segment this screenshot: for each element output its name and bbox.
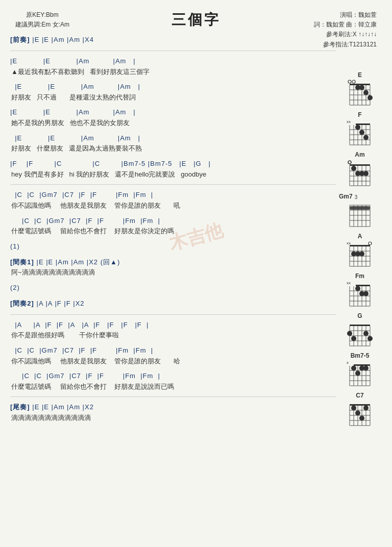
intro-chords: [前奏] |E |E |Am |Am |X4 bbox=[10, 35, 336, 45]
chord-diagram-G: G bbox=[339, 312, 381, 347]
verse3a-lyrics: 你不是跟他很好嗎 干你什麼事啦 bbox=[10, 330, 336, 340]
svg-point-135 bbox=[355, 411, 360, 416]
chord-svg-E bbox=[346, 80, 374, 106]
svg-point-120 bbox=[355, 371, 360, 376]
label-2-block: (2) bbox=[10, 283, 336, 293]
outro-block: [尾奏] |E |E |Am |Am |X2 滴滴滴滴滴滴滴滴滴滴滴滴 bbox=[10, 402, 336, 422]
label-2: (2) bbox=[10, 283, 336, 293]
svg-point-45 bbox=[351, 166, 356, 171]
verse1c-block: |E |E |Am |Am | 她不是我的男朋友 他也不是我的女朋友 bbox=[10, 107, 336, 128]
verse2b-lyrics: 什麼電話號碼 留給你也不會打 好朋友是你決定的嗎 bbox=[10, 226, 336, 236]
verse1b-block: |E |E |Am |Am | 好朋友 只不過 是種還沒太熟的代替詞 bbox=[10, 82, 336, 102]
chord-diagram-Bm7-5: Bm7-5 x bbox=[339, 352, 381, 387]
svg-point-134 bbox=[351, 406, 356, 411]
singer: 演唱：魏如萱 bbox=[314, 10, 377, 20]
verse2b-chords: |C |C |Gm7 |C7 |F |F |Fm |Fm | bbox=[10, 216, 336, 227]
interlude1-lyrics: 阿~滴滴滴滴滴滴滴滴滴滴滴 bbox=[10, 267, 336, 278]
fingering-pattern: 參考指法:T1213121 bbox=[314, 40, 377, 49]
interlude2-chords: [間奏2] |A |A |F |F |X2 bbox=[10, 299, 336, 309]
verse2b-block: |C |C |Gm7 |C7 |F |F |Fm |Fm | 什麼電話號碼 留給… bbox=[10, 216, 336, 236]
label-1: (1) bbox=[10, 241, 336, 252]
interlude1-block: [間奏1] |E |E |Am |Am |X2 (回▲) 阿~滴滴滴滴滴滴滴滴滴… bbox=[10, 257, 336, 278]
chord-svg-A: xx bbox=[346, 241, 374, 267]
suggested-key: 建議男調:Em 女:Am bbox=[15, 20, 69, 30]
key-info: 原KEY:Bbm 建議男調:Em 女:Am bbox=[15, 10, 69, 30]
outro-chords: [尾奏] |E |E |Am |Am |X2 bbox=[10, 402, 336, 413]
chorus1-block: |F |F |C |C |Bm7-5 |Bm7-5 |E |G | hey 我們… bbox=[10, 159, 336, 179]
chord-svg-G bbox=[346, 320, 374, 347]
divider-3 bbox=[10, 314, 336, 315]
label-1-block: (1) bbox=[10, 241, 336, 252]
svg-point-30 bbox=[359, 130, 364, 135]
chorus2a-block: |C |C |Gm7 |C7 |F |F |Fm |Fm | 你不認識他嗎 他朋… bbox=[10, 345, 336, 366]
chord-svg-Gm7 bbox=[346, 201, 374, 228]
divider-1 bbox=[10, 51, 336, 51]
verse1c-chords: |E |E |Am |Am | bbox=[10, 107, 336, 118]
verse1d-chords: |E |E |Am |Am | bbox=[10, 133, 336, 144]
chorus2a-lyrics: 你不認識他嗎 他朋友是我朋友 管你是誰的朋友 哈 bbox=[10, 356, 336, 366]
interlude2-block: [間奏2] |A |A |F |F |X2 bbox=[10, 299, 336, 309]
chord-diagram-Gm7: Gm7 3 bbox=[339, 193, 381, 228]
svg-point-14 bbox=[359, 85, 364, 90]
verse1a-lyrics: ▲最近我有點不喜歡聽到 看到好朋友這三個字 bbox=[10, 67, 336, 77]
intro-block: [前奏] |E |E |Am |Am |X4 bbox=[10, 35, 336, 45]
svg-point-136 bbox=[359, 416, 364, 421]
svg-point-89 bbox=[355, 286, 360, 291]
svg-text:xx: xx bbox=[347, 241, 351, 245]
artist-info: 演唱：魏如萱 詞：魏如萱 曲：韓立康 參考刷法:X ↑↓↑↓↑↓ 參考指法:T1… bbox=[314, 10, 377, 49]
main-content: [前奏] |E |E |Am |Am |X4 |E |E |Am |Am | ▲… bbox=[10, 35, 336, 423]
chord-svg-C7 bbox=[346, 400, 374, 427]
svg-rect-33 bbox=[350, 164, 370, 166]
right-panel: E bbox=[339, 71, 381, 432]
chord-diagram-E: E bbox=[339, 71, 381, 106]
svg-rect-60 bbox=[350, 206, 370, 210]
title-section: 原KEY:Bbm 建議男調:Em 女:Am 三個字 演唱：魏如萱 詞：魏如萱 曲… bbox=[10, 10, 382, 30]
svg-point-15 bbox=[363, 90, 369, 95]
chorus2a-chords: |C |C |Gm7 |C7 |F |F |Fm |Fm | bbox=[10, 345, 336, 356]
verse3a-chords: |A |A |F |F |A |A |F |F |F |F | bbox=[10, 320, 336, 331]
svg-point-62 bbox=[369, 242, 372, 245]
svg-point-16 bbox=[368, 95, 373, 101]
svg-rect-92 bbox=[350, 325, 370, 326]
svg-text:xx: xx bbox=[347, 281, 351, 285]
page-container: 原KEY:Bbm 建議男調:Em 女:Am 三個字 演唱：魏如萱 詞：魏如萱 曲… bbox=[10, 10, 382, 423]
svg-point-122 bbox=[363, 366, 369, 371]
chorus2b-block: |C |C |Gm7 |C7 |F |F |Fm |Fm | 什麼電話號碼 留給… bbox=[10, 371, 336, 391]
chord-diagram-Am: Am bbox=[339, 151, 381, 188]
svg-rect-123 bbox=[350, 404, 370, 406]
strum-pattern: 參考刷法:X ↑↓↑↓↑↓ bbox=[314, 30, 377, 39]
chord-diagram-C7: C7 bbox=[339, 392, 381, 427]
svg-point-104 bbox=[351, 336, 356, 341]
svg-point-29 bbox=[355, 125, 360, 130]
verse1c-lyrics: 她不是我的男朋友 他也不是我的女朋友 bbox=[10, 118, 336, 128]
divider-4 bbox=[10, 396, 336, 397]
svg-point-137 bbox=[363, 406, 369, 411]
svg-point-76 bbox=[359, 252, 364, 257]
chorus2b-lyrics: 什麼電話號碼 留給你也不會打 好朋友是說說而已嗎 bbox=[10, 382, 336, 392]
chord-diagram-A: A xx bbox=[339, 233, 381, 267]
chord-diagram-F: F xx bbox=[339, 111, 381, 146]
verse3a-block: |A |A |F |F |A |A |F |F |F |F | 你不是跟他很好嗎… bbox=[10, 320, 336, 340]
verse1b-chords: |E |E |Am |Am | bbox=[10, 82, 336, 92]
svg-text:xx: xx bbox=[347, 119, 351, 124]
svg-text:x: x bbox=[347, 360, 349, 365]
original-key: 原KEY:Bbm bbox=[15, 10, 69, 20]
chorus2b-chords: |C |C |Gm7 |C7 |F |F |Fm |Fm | bbox=[10, 371, 336, 382]
svg-rect-0 bbox=[350, 84, 370, 85]
verse1b-lyrics: 好朋友 只不過 是種還沒太熟的代替詞 bbox=[10, 92, 336, 103]
chorus1-chords: |F |F |C |C |Bm7-5 |Bm7-5 |E |G | bbox=[10, 159, 336, 169]
interlude1-chords: [間奏1] |E |E |Am |Am |X2 (回▲) bbox=[10, 257, 336, 268]
svg-point-31 bbox=[363, 135, 369, 140]
verse1a-chords: |E |E |Am |Am | bbox=[10, 56, 336, 67]
verse1d-lyrics: 好朋友 什麼朋友 還是因為太過熟要裝不熟 bbox=[10, 143, 336, 154]
chord-svg-Am bbox=[346, 159, 374, 188]
verse2a-chords: |C |C |Gm7 |C7 |F |F |Fm |Fm | bbox=[10, 190, 336, 201]
svg-rect-63 bbox=[350, 245, 370, 246]
chord-svg-Fm: xx bbox=[346, 281, 374, 307]
svg-point-11 bbox=[348, 80, 351, 83]
chord-svg-F: xx bbox=[346, 119, 374, 146]
svg-point-103 bbox=[347, 331, 352, 336]
verse2a-block: |C |C |Gm7 |C7 |F |F |Fm |Fm | 你不認識他嗎 他朋… bbox=[10, 190, 336, 210]
svg-point-119 bbox=[351, 366, 356, 371]
chord-svg-Bm7-5: x bbox=[346, 360, 374, 387]
